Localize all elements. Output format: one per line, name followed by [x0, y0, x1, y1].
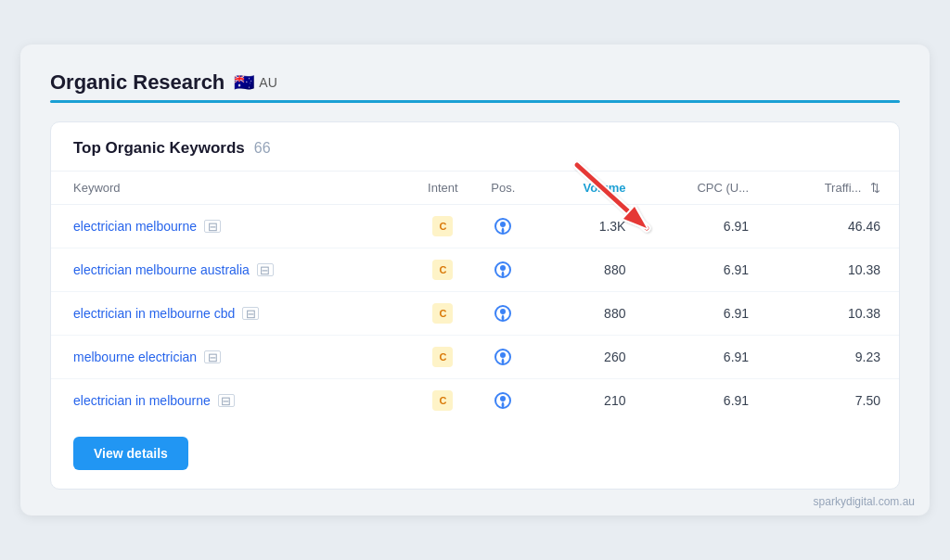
region-badge: 🇦🇺 AU: [234, 72, 276, 93]
intent-badge: C: [432, 390, 453, 411]
keyword-link[interactable]: electrician melbourne australia: [73, 262, 250, 277]
pos-icon: [494, 391, 512, 410]
pos-icon: [494, 217, 512, 235]
keyword-cell: electrician melbourne australia ⊟: [51, 248, 410, 292]
volume-cell: 1.3K: [531, 205, 640, 248]
intent-cell: C: [410, 205, 475, 248]
pos-icon: [494, 261, 512, 279]
table-row: electrician in melbourne cbd ⊟ C: [51, 292, 899, 336]
page-title: Organic Research: [50, 70, 225, 95]
col-header-volume: Volume: [531, 172, 640, 205]
keyword-expand-icon[interactable]: ⊟: [257, 263, 274, 276]
volume-cell: 260: [531, 336, 640, 379]
flag-icon: 🇦🇺: [234, 72, 254, 93]
card-footer: View details: [51, 422, 899, 489]
table-row: electrician melbourne australia ⊟ C: [51, 248, 899, 292]
cpc-cell: 6.91: [640, 205, 764, 248]
view-details-button[interactable]: View details: [73, 437, 188, 470]
pos-cell: [475, 248, 531, 292]
region-label: AU: [259, 75, 276, 90]
keyword-expand-icon[interactable]: ⊟: [204, 220, 221, 233]
keyword-expand-icon[interactable]: ⊟: [242, 307, 259, 320]
keyword-cell: electrician in melbourne ⊟: [51, 379, 410, 423]
keywords-card: Top Organic Keywords 66 Keyword Intent P…: [50, 121, 900, 490]
intent-badge: C: [432, 347, 453, 367]
outer-container: Organic Research 🇦🇺 AU Top Organic Keywo…: [20, 45, 930, 515]
card-title: Top Organic Keywords: [73, 139, 245, 158]
header-divider: [50, 100, 900, 103]
cpc-cell: 6.91: [640, 248, 764, 292]
pos-cell: [475, 379, 531, 423]
cpc-cell: 6.91: [640, 292, 764, 336]
pos-cell: [475, 292, 531, 336]
traffic-cell: 9.23: [764, 336, 899, 379]
intent-cell: C: [410, 379, 475, 423]
volume-cell: 880: [531, 248, 640, 292]
intent-badge: C: [432, 216, 453, 236]
pos-icon: [494, 348, 512, 366]
filter-icon[interactable]: ⇅: [870, 181, 880, 195]
svg-point-5: [500, 309, 506, 314]
traffic-cell: 10.38: [764, 248, 899, 292]
keyword-link[interactable]: electrician in melbourne cbd: [73, 306, 235, 321]
intent-cell: C: [410, 248, 475, 292]
pos-cell: [475, 336, 531, 379]
card-header: Top Organic Keywords 66: [51, 122, 899, 172]
intent-badge: C: [432, 303, 453, 324]
table-row: melbourne electrician ⊟ C: [51, 336, 899, 379]
table-row: electrician in melbourne ⊟ C: [51, 379, 899, 423]
table-header-row: Keyword Intent Pos. Volume CPC (U... Tra…: [51, 172, 899, 205]
keyword-link[interactable]: electrician melbourne: [73, 219, 197, 234]
keyword-cell: melbourne electrician ⊟: [51, 336, 410, 379]
volume-cell: 880: [531, 292, 640, 336]
page-header: Organic Research 🇦🇺 AU: [50, 70, 900, 95]
cpc-cell: 6.91: [640, 336, 764, 379]
cpc-cell: 6.91: [640, 379, 764, 423]
pos-icon: [494, 304, 512, 323]
table-row: electrician melbourne ⊟ C: [51, 205, 899, 248]
col-header-traffic: Traffi... ⇅: [764, 172, 899, 205]
keyword-link[interactable]: melbourne electrician: [73, 350, 197, 364]
svg-point-3: [500, 265, 506, 271]
intent-cell: C: [410, 292, 475, 336]
col-header-pos: Pos.: [475, 172, 531, 205]
keyword-expand-icon[interactable]: ⊟: [204, 350, 221, 363]
traffic-cell: 46.46: [764, 205, 899, 248]
keyword-cell: electrician melbourne ⊟: [51, 205, 410, 248]
col-header-intent: Intent: [410, 172, 475, 205]
keyword-cell: electrician in melbourne cbd ⊟: [51, 292, 410, 336]
col-header-cpc: CPC (U...: [640, 172, 764, 205]
svg-point-9: [500, 396, 506, 401]
keyword-count: 66: [254, 140, 271, 157]
intent-badge: C: [432, 260, 453, 280]
card-title-row: Top Organic Keywords 66: [73, 139, 877, 158]
keyword-expand-icon[interactable]: ⊟: [218, 394, 235, 407]
traffic-cell: 7.50: [764, 379, 899, 423]
svg-point-7: [500, 352, 506, 358]
keywords-table: Keyword Intent Pos. Volume CPC (U... Tra…: [51, 172, 899, 422]
volume-cell: 210: [531, 379, 640, 423]
col-header-keyword: Keyword: [51, 172, 410, 205]
keyword-link[interactable]: electrician in melbourne: [73, 393, 211, 408]
svg-point-1: [500, 222, 506, 227]
pos-cell: [475, 205, 531, 248]
traffic-cell: 10.38: [764, 292, 899, 336]
intent-cell: C: [410, 336, 475, 379]
watermark: sparkydigital.com.au: [814, 495, 915, 508]
table-wrapper: Keyword Intent Pos. Volume CPC (U... Tra…: [51, 172, 899, 422]
